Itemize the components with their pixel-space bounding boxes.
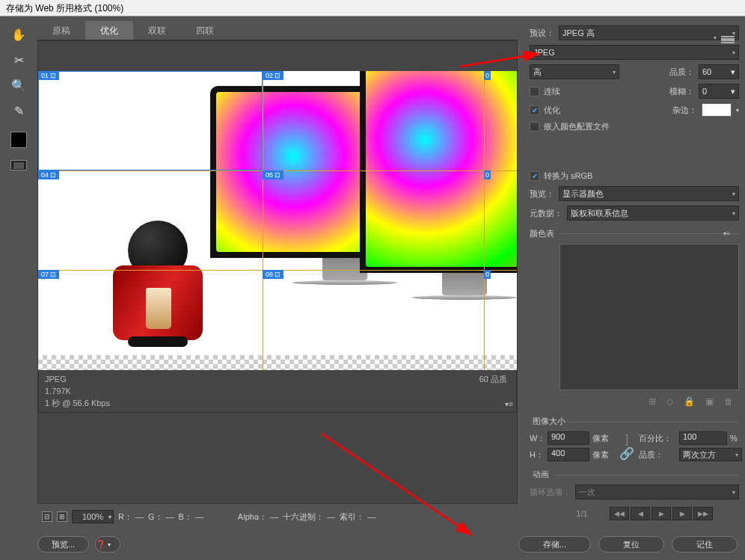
convert-srgb-checkbox[interactable]: ✔	[530, 171, 539, 181]
embed-profile-checkbox[interactable]	[530, 122, 539, 132]
slice-badge-07[interactable]: 07⊡	[38, 270, 59, 279]
slice-select-tool-icon[interactable]: ✂	[10, 51, 28, 69]
tab-original[interactable]: 原稿	[37, 21, 85, 40]
optimized-checkbox[interactable]: ✔	[530, 105, 539, 115]
matte-label: 杂边：	[672, 105, 697, 116]
blur-label: 模糊：	[669, 86, 694, 97]
info-format: JPEG	[45, 373, 510, 385]
preview-profile-dropdown[interactable]: 显示器颜色▾	[559, 186, 739, 201]
slice-badge-02[interactable]: 02⊡	[263, 71, 283, 80]
window-title: 存储为 Web 所用格式 (100%)	[0, 0, 745, 16]
settings-panel: 预设： JPEG 高▾ JPEG▾ 高▾ 品质： 60▾ 连续 模糊： 0▾ ✔…	[524, 21, 745, 525]
slice-badge-06[interactable]: 0	[484, 170, 491, 179]
readout-hex-label: 十六进制：	[283, 511, 324, 523]
progressive-checkbox[interactable]	[530, 87, 539, 96]
eyedropper-tool-icon[interactable]: ✎	[10, 102, 28, 120]
readout-r-value: —	[135, 512, 144, 521]
preview-button[interactable]: 预览...	[37, 536, 89, 553]
anim-last-icon[interactable]: ▶▶	[693, 507, 713, 520]
width-unit: 像素	[592, 433, 615, 444]
readout-alpha-value: —	[270, 512, 278, 521]
anim-next-icon[interactable]: ▶	[672, 507, 692, 520]
zoom-tool-icon[interactable]: 🔍	[10, 76, 28, 94]
slice-badge-05[interactable]: 05⊡	[263, 170, 283, 179]
tab-2up[interactable]: 双联	[133, 21, 181, 40]
resample-dropdown[interactable]: 两次立方▾	[679, 448, 742, 461]
loop-dropdown: 一次▾	[575, 484, 739, 499]
optimized-label: 优化	[544, 105, 560, 116]
reset-button[interactable]: 复位	[598, 536, 664, 553]
colortable-header: 颜色表	[530, 228, 554, 239]
percent-unit: %	[730, 434, 742, 443]
quality-input[interactable]: 60▾	[699, 64, 739, 79]
metadata-dropdown[interactable]: 版权和联系信息▾	[567, 206, 739, 221]
zoom-out-icon[interactable]: ⊟	[42, 511, 52, 522]
toggle-slices-icon[interactable]	[10, 160, 27, 170]
readout-b-label: B：	[179, 511, 192, 523]
resample-label: 品质：	[639, 449, 676, 461]
save-button[interactable]: 存储...	[518, 536, 591, 553]
preview-canvas: 01⊡ 02⊡ 0 04⊡ 05⊡ 0 07⊡ 08⊡ 0	[38, 71, 517, 370]
preview-canvas-area[interactable]: 01⊡ 02⊡ 0 04⊡ 05⊡ 0 07⊡ 08⊡ 0 JPEG 1.797…	[37, 40, 518, 504]
metadata-label: 元数据：	[530, 208, 562, 219]
height-label: H：	[530, 449, 545, 461]
readout-alpha-label: Alpha：	[238, 511, 267, 523]
matte-color-chip[interactable]	[702, 103, 732, 117]
optimization-info: JPEG 1.797K 1 秒 @ 56.6 Kbps 60 品质 ▾≡	[38, 370, 517, 413]
width-input[interactable]: 900	[548, 431, 589, 445]
colortable-menu-icon[interactable]: ▾≡	[723, 230, 730, 237]
height-unit: 像素	[592, 449, 615, 461]
readout-g-value: —	[166, 512, 174, 521]
readout-g-label: G：	[148, 511, 163, 523]
ct-new-icon[interactable]: ▣	[705, 396, 714, 407]
preset-dropdown[interactable]: JPEG 高▾	[559, 25, 739, 40]
anim-play-icon[interactable]: ▶	[652, 507, 671, 520]
info-menu-icon[interactable]: ▾≡	[505, 399, 513, 410]
imagesize-header: 图像大小	[530, 416, 568, 425]
tool-sidebar: ✋ ✂ 🔍 ✎	[0, 21, 37, 525]
anim-first-icon[interactable]: ◀◀	[610, 507, 629, 520]
readout-b-value: —	[195, 512, 203, 521]
zoom-level-dropdown[interactable]: 100%▾	[72, 510, 114, 523]
slice-badge-01[interactable]: 01⊡	[38, 71, 59, 80]
slice-badge-03[interactable]: 0	[484, 71, 491, 80]
anim-prev-icon[interactable]: ◀	[631, 507, 650, 520]
foreground-color-swatch[interactable]	[10, 132, 27, 148]
panel-flyout-menu-icon[interactable]	[721, 36, 735, 43]
embed-profile-label: 嵌入颜色配置文件	[544, 121, 610, 132]
quality-preset-dropdown[interactable]: 高▾	[530, 64, 619, 79]
blur-input[interactable]: 0▾	[699, 84, 739, 99]
ct-trash-icon[interactable]: 🗑	[724, 396, 733, 407]
file-format-dropdown[interactable]: JPEG▾	[530, 45, 739, 60]
preview-profile-label: 预览：	[530, 188, 554, 200]
readout-hex-value: —	[327, 512, 335, 521]
zoom-in-icon[interactable]: ⊞	[57, 511, 67, 522]
ct-lock-icon[interactable]: 🔒	[684, 396, 695, 407]
percent-input[interactable]: 100	[679, 431, 727, 445]
remember-button[interactable]: 记住	[672, 536, 738, 553]
dialog-buttons: 预览... ❓▾ 存储... 复位 记住	[37, 536, 738, 553]
loop-label: 循环选项：	[530, 487, 571, 498]
frame-counter: 1/1	[556, 509, 608, 518]
height-input[interactable]: 400	[548, 448, 589, 461]
animation-header: 动画	[530, 470, 552, 479]
tab-optimized[interactable]: 优化	[85, 21, 133, 40]
ct-cube-icon[interactable]: ⊞	[649, 396, 656, 407]
ct-diamond-icon[interactable]: ◇	[666, 396, 673, 407]
preset-label: 预设：	[530, 28, 554, 39]
readout-index-label: 索引：	[340, 511, 364, 523]
link-dimensions-icon[interactable]: ]🔗	[618, 433, 636, 461]
convert-srgb-label: 转换为 sRGB	[544, 170, 592, 182]
help-button[interactable]: ❓▾	[95, 536, 120, 553]
width-label: W：	[530, 433, 545, 444]
percent-label: 百分比：	[639, 433, 676, 444]
hand-tool-icon[interactable]: ✋	[10, 25, 28, 43]
slice-badge-04[interactable]: 04⊡	[38, 170, 59, 179]
status-bar: ⊟ ⊞ 100%▾ R：— G：— B：— Alpha：— 十六进制：— 索引：…	[37, 508, 518, 525]
preview-tabs: 原稿 优化 双联 四联	[37, 21, 518, 40]
slice-badge-09[interactable]: 0	[484, 270, 491, 279]
readout-index-value: —	[367, 512, 375, 521]
tab-4up[interactable]: 四联	[181, 21, 229, 40]
info-quality: 60 品质	[479, 373, 507, 385]
slice-badge-08[interactable]: 08⊡	[263, 270, 283, 279]
